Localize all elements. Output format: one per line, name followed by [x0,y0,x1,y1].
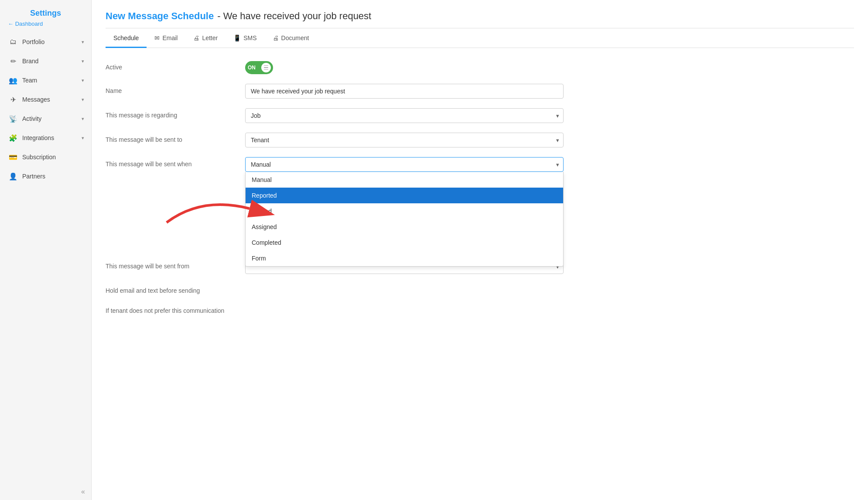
dropdown-option-assigned[interactable]: Assigned [246,219,563,235]
activity-icon: 📡 [8,114,18,123]
document-tab-icon: 🖨 [273,34,279,41]
sidebar-item-team[interactable]: 👥 Team ▾ [0,71,91,90]
sent-when-dropdown: Manual Reported Quoted Assigned Complete… [245,172,564,267]
tab-schedule[interactable]: Schedule [106,29,147,48]
regarding-row: This message is regarding Job ▾ [106,108,564,123]
name-row: Name [106,84,564,99]
sent-to-label: This message will be sent to [106,133,245,143]
tab-letter-label: Letter [202,34,218,41]
chevron-down-icon: ▾ [82,116,84,122]
brand-icon: ✏ [8,56,18,66]
sidebar-item-activity[interactable]: 📡 Activity ▾ [0,109,91,128]
sent-to-select-wrap: Tenant ▾ [245,133,564,147]
regarding-control: Job ▾ [245,108,564,123]
sidebar-item-messages[interactable]: ✈ Messages ▾ [0,90,91,109]
sidebar-item-brand[interactable]: ✏ Brand ▾ [0,51,91,71]
sidebar-item-label: Partners [22,173,84,180]
chevron-down-icon: ▾ [82,58,84,64]
tab-schedule-label: Schedule [113,34,139,41]
sidebar-item-partners[interactable]: 👤 Partners [0,167,91,186]
tab-bar: Schedule ✉ Email 🖨 Letter 📱 SMS 🖨 Docume… [106,29,854,48]
sent-when-select-wrap: Manual ▾ [245,157,564,172]
sidebar-item-label: Brand [22,58,82,65]
regarding-select[interactable]: Job [245,108,564,123]
dropdown-option-quoted[interactable]: Quoted [246,203,563,219]
sidebar-item-label: Subscription [22,154,84,161]
name-control [245,84,564,99]
page-subtitle: - We have received your job request [217,10,371,22]
toggle-track[interactable]: ON [245,61,273,74]
schedule-form: Active ON [106,60,564,324]
active-row: Active ON [106,60,564,74]
hold-email-label: Hold email and text before sending [106,284,245,294]
hold-email-row: Hold email and text before sending [106,284,564,294]
tab-document[interactable]: 🖨 Document [265,29,317,48]
sidebar-item-integrations[interactable]: 🧩 Integrations ▾ [0,128,91,147]
active-label: Active [106,60,245,71]
dropdown-option-form[interactable]: Form [246,250,563,266]
regarding-select-wrap: Job ▾ [245,108,564,123]
sent-when-row: This message will be sent when Manual ▾ … [106,157,564,172]
sent-to-select[interactable]: Tenant [245,133,564,147]
page-title: New Message Schedule [106,10,214,22]
tab-email[interactable]: ✉ Email [147,29,185,48]
tab-document-label: Document [281,34,309,41]
sent-when-label: This message will be sent when [106,157,245,168]
tab-email-label: Email [162,34,178,41]
chevron-down-icon: ▾ [82,135,84,141]
team-icon: 👥 [8,75,18,85]
sms-tab-icon: 📱 [233,34,241,41]
sidebar-title: Settings [0,4,91,21]
name-label: Name [106,84,245,94]
active-control: ON [245,60,564,74]
sidebar: Settings Dashboard 🗂 Portfolio ▾ ✏ Brand… [0,0,92,500]
sidebar-nav: 🗂 Portfolio ▾ ✏ Brand ▾ 👥 Team ▾ ✈ Messa… [0,32,91,483]
dropdown-option-reported[interactable]: Reported [246,188,563,203]
toggle-lines [264,65,268,70]
sent-to-row: This message will be sent to Tenant ▾ [106,133,564,147]
toggle-label: ON [248,65,256,71]
chevron-down-icon: ▾ [82,78,84,83]
regarding-label: This message is regarding [106,108,245,119]
sidebar-item-label: Integrations [22,134,82,141]
chevron-down-icon: ▾ [82,97,84,103]
name-input[interactable] [245,84,564,99]
letter-tab-icon: 🖨 [193,34,199,41]
sidebar-item-label: Team [22,77,82,84]
sent-when-control: Manual ▾ Manual Reported Quoted Assigned… [245,157,564,172]
toggle-thumb [261,63,271,72]
sidebar-collapse-button[interactable]: « [0,483,91,500]
sent-from-label: This message will be sent from [106,259,245,270]
sent-to-control: Tenant ▾ [245,133,564,147]
main-content: New Message Schedule - We have received … [92,0,868,500]
sidebar-item-subscription[interactable]: 💳 Subscription [0,147,91,167]
sidebar-item-label: Portfolio [22,38,82,45]
dashboard-link[interactable]: Dashboard [0,21,91,32]
tab-sms-label: SMS [243,34,256,41]
email-tab-icon: ✉ [154,34,160,41]
dropdown-option-manual[interactable]: Manual [246,172,563,188]
sidebar-item-portfolio[interactable]: 🗂 Portfolio ▾ [0,32,91,51]
integrations-icon: 🧩 [8,133,18,143]
page-header: New Message Schedule - We have received … [106,10,854,22]
chevron-down-icon: ▾ [82,39,84,45]
prefer-label: If tenant does not prefer this communica… [106,304,245,314]
prefer-row: If tenant does not prefer this communica… [106,304,564,314]
tab-sms[interactable]: 📱 SMS [226,29,264,48]
portfolio-icon: 🗂 [8,37,18,47]
tab-letter[interactable]: 🖨 Letter [185,29,226,48]
header-divider [106,28,854,28]
sent-when-select[interactable]: Manual [245,157,564,172]
dropdown-option-completed[interactable]: Completed [246,235,563,250]
sidebar-item-label: Activity [22,115,82,122]
messages-icon: ✈ [8,95,18,104]
partners-icon: 👤 [8,171,18,181]
subscription-icon: 💳 [8,152,18,162]
active-toggle[interactable]: ON [245,61,564,74]
sidebar-item-label: Messages [22,96,82,103]
